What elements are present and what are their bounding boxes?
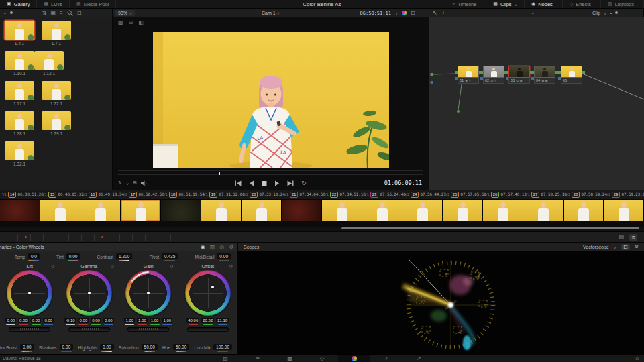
rgb-input-connector[interactable] [480, 71, 483, 74]
gain-g-value[interactable]: 1.00 [150, 318, 160, 323]
gain-master-wheel[interactable] [127, 327, 169, 332]
clip-16[interactable] [80, 200, 120, 221]
split-screen-icon[interactable]: ▩ [118, 19, 123, 25]
offset-wheel[interactable] [185, 270, 231, 316]
reset-icon[interactable]: ↺ [170, 264, 174, 269]
go-to-end-button[interactable] [287, 180, 294, 186]
clip-15[interactable] [40, 200, 80, 221]
page-fusion[interactable]: ◇ [306, 355, 338, 362]
pivot-value[interactable]: 0.435 [162, 253, 178, 259]
page-media[interactable]: ▤ [209, 355, 241, 362]
key-input-connector[interactable] [480, 77, 483, 80]
clip-23[interactable] [362, 200, 402, 221]
node-01[interactable]: 01 ◉✎ [458, 66, 479, 84]
clip-23[interactable]: V1 23 07:55:24:40 [362, 190, 402, 199]
gain-y-value[interactable]: 1.00 [124, 318, 135, 323]
loop-button[interactable]: ↻ [301, 180, 307, 186]
clip-27[interactable] [523, 200, 563, 221]
clip-26[interactable]: V1 26 07:57:46:12 [483, 190, 523, 199]
offset-b-value[interactable]: 21.18 [216, 318, 229, 323]
video-frame[interactable]: LA LA [153, 32, 389, 168]
clip-16[interactable]: V1 16 06:49:18:34 [80, 190, 121, 199]
hue-value[interactable]: 50.00 [173, 344, 189, 350]
gallery-still[interactable]: 1.4.1 [5, 21, 34, 46]
temp-value[interactable]: 0.0 [28, 253, 40, 259]
clip-17[interactable] [121, 200, 160, 221]
clip-24[interactable]: V1 24 07:56:44:27 [402, 190, 443, 199]
gallery-still[interactable]: 1.7.1 [42, 21, 71, 46]
more-icon[interactable]: ⋯ [85, 11, 91, 16]
gamma-master-wheel[interactable] [68, 327, 110, 332]
tab-nodes[interactable]: ◉ Nodes [525, 0, 563, 8]
more-icon[interactable]: ⋯ [419, 11, 425, 16]
clip-22[interactable] [322, 200, 362, 221]
lum-mix-value[interactable]: 100.00 [213, 344, 232, 350]
clip-25[interactable] [443, 200, 482, 221]
saturation-value[interactable]: 50.00 [142, 344, 158, 350]
tab-effects[interactable]: ◇ Effects [563, 0, 601, 8]
lift-g-value[interactable]: 0.00 [31, 318, 42, 323]
gallery-still[interactable]: 1.17.1 [5, 81, 34, 106]
tab-timeline[interactable]: ≡ Timeline [445, 0, 486, 8]
clip-20[interactable] [241, 200, 281, 221]
clip-28[interactable]: V1 28 07:58:59:24 [564, 190, 604, 199]
lift-r-value[interactable]: 0.00 [18, 318, 29, 323]
stop-button[interactable] [262, 180, 267, 186]
tint-value[interactable]: 0.00 [66, 253, 80, 259]
node-05[interactable]: 05 [561, 66, 582, 84]
gallery-still[interactable]: 1.10.1 [5, 51, 34, 76]
gain-r-value[interactable]: 1.00 [137, 318, 148, 323]
highlight-mode-icon[interactable]: ◧ [138, 19, 144, 25]
dot-icon[interactable]: · [537, 11, 541, 15]
page-edit[interactable]: ▦ [274, 355, 306, 362]
clip-29[interactable]: V1 29 07:59:23:02 [604, 190, 644, 199]
clip-19[interactable]: V1 19 07:31:32:00 [201, 190, 241, 199]
scope-type-select[interactable]: Vectorscope [583, 245, 609, 249]
clip-20[interactable]: V1 20 07:33:10:24 [241, 190, 282, 199]
shadows-value[interactable]: 0.00 [60, 344, 74, 350]
clip-28[interactable] [564, 200, 603, 221]
page-cut[interactable]: ✂ [241, 355, 274, 362]
page-fairlight[interactable]: ♪ [370, 355, 402, 362]
key-input-connector[interactable] [531, 77, 534, 80]
clip-14[interactable] [0, 200, 40, 221]
color-boost-value[interactable]: 0.00 [20, 344, 34, 350]
contrast-value[interactable]: 1.200 [116, 253, 132, 259]
tab-media-pool[interactable]: ▤ Media Pool [70, 0, 116, 8]
log-mode-icon[interactable]: ◎ [219, 244, 224, 250]
rgb-input-connector[interactable] [506, 71, 508, 74]
clip-18[interactable]: V1 18 06:51:19:54 [161, 190, 201, 199]
search-icon[interactable] [67, 10, 73, 16]
gain-wheel[interactable] [125, 270, 171, 316]
clip-19[interactable] [201, 200, 241, 221]
rgb-output-connector[interactable] [582, 71, 585, 74]
timeline-scrollbar[interactable] [341, 227, 639, 229]
clip-25[interactable]: V1 25 07:57:05:50 [443, 190, 483, 199]
offset-g-value[interactable]: 20.52 [201, 318, 214, 323]
lift-b-value[interactable]: 0.00 [43, 318, 54, 323]
lift-y-value[interactable]: 0.00 [5, 318, 16, 323]
gallery-still[interactable]: 1.28.1 [5, 111, 34, 136]
clip-18[interactable] [161, 200, 201, 221]
gamma-b-value[interactable]: 0.00 [103, 318, 114, 323]
clip-15[interactable]: V1 15 06:48:05:32 [40, 190, 80, 199]
wipe-mode-icon[interactable]: ⊟ [129, 19, 133, 25]
gallery-still[interactable]: 1.22.1 [42, 81, 71, 106]
highlight-view-icon[interactable]: ▧ [619, 234, 625, 240]
clip-29[interactable] [604, 200, 643, 221]
expand-icon[interactable]: ⊡ [411, 11, 415, 16]
clip-21[interactable]: V1 21 07:34:04:56 [282, 190, 322, 199]
source-timecode[interactable]: 06:50:51:11 [360, 11, 391, 16]
step-back-button[interactable] [249, 180, 254, 186]
sort-icon[interactable]: ⇅ [42, 11, 47, 16]
highlights-value[interactable]: 0.00 [100, 344, 114, 350]
rgb-input-connector[interactable] [455, 71, 458, 74]
tab-lightbox[interactable]: ▥ Lightbox [601, 0, 644, 8]
node-graph-panel[interactable]: 01 ◉✎ 02 ▤✎ [429, 17, 644, 190]
rgb-input-connector[interactable] [558, 71, 561, 74]
go-to-start-button[interactable] [235, 180, 241, 186]
clip-22[interactable]: V1 22 07:34:51:16 [322, 190, 362, 199]
clip-27[interactable]: V1 27 07:58:25:10 [523, 190, 564, 199]
offset-r-value[interactable]: 40.06 [186, 318, 199, 323]
key-input-connector[interactable] [558, 77, 561, 80]
